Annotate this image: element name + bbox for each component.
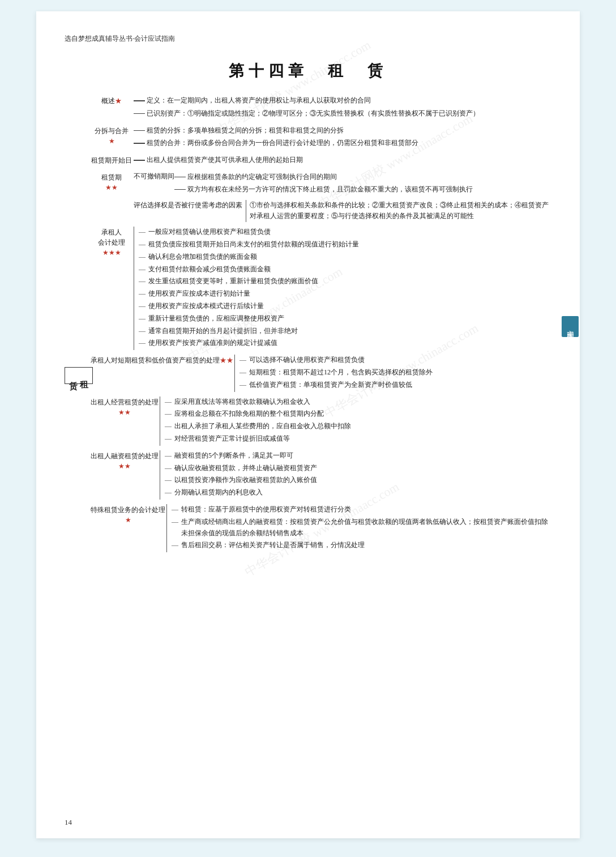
churenRongzi-items: — 融资租赁的5个判断条件，满足其一即可 — 确认应收融资租赁款，并终止确认融资… xyxy=(160,450,551,500)
section-fenfenhebing: 分拆与合并★ 租赁的分拆：多项单独租赁之间的分拆；租赁和非租赁之间的分拆 租赁的… xyxy=(89,125,551,152)
chengruren-item-6: — 使用权资产应按成本模式进行后续计量 xyxy=(139,301,551,312)
section-churenRongzi: 出租人融资租赁的处理★★ — 融资租赁的5个判断条件，满足其一即可 — 确认应收… xyxy=(89,450,551,500)
chengruren-item-2: — 确认利息会增加租赁负债的账面金额 xyxy=(139,251,551,263)
zuqiqi-def: 出租人提供租赁资产使其可供承租人使用的起始日期 xyxy=(147,155,551,166)
gaoshu-def: 定义：在一定期间内，出租人将资产的使用权让与承租人以获取对价的合同 xyxy=(147,95,551,106)
chengruren-item-1: — 租赁负债应按租赁期开始日尚未支付的租赁付款额的现值进行初始计量 xyxy=(139,239,551,250)
chengruren-label: 承租人会计处理★★★ xyxy=(89,227,134,258)
zuqi-label: 租赁期★★ xyxy=(89,172,134,193)
chengruren-item-9: — 使用权资产按资产减值准则的规定计提减值 xyxy=(139,338,551,349)
rongzi-item-3: — 分期确认租赁期内的利息收入 xyxy=(165,487,551,498)
fenfenhebing-split-row: 租赁的分拆：多项单独租赁之间的分拆；租赁和非租赁之间的分拆 xyxy=(134,125,551,137)
section-teshu: 特殊租赁业务的会计处理★ — 转租赁：应基于原租赁中的使用权资产对转租赁进行分类… xyxy=(89,504,551,552)
zuqiqi-label: 租赁期开始日 xyxy=(89,155,134,166)
teshu-items: — 转租赁：应基于原租赁中的使用权资产对转租赁进行分类 — 生产商或经销商出租人… xyxy=(166,504,551,552)
bucheXiao-label: 不可撤销期间 xyxy=(134,172,174,181)
pinggu-label: 评估选择权是否被行使需考虑的因素 xyxy=(134,200,242,210)
churenRongzi-label: 出租人融资租赁的处理★★ xyxy=(89,450,160,472)
rongzi-item-0: — 融资租赁的5个判断条件，满足其一即可 xyxy=(165,450,551,462)
chengruren-item-4: — 发生重估或租赁变更等时，重新计量租赁负债的账面价值 xyxy=(139,276,551,287)
gaoshu-def-row: 定义：在一定期间内，出租人将资产的使用权让与承租人以获取对价的合同 xyxy=(134,95,551,106)
jingying-item-0: — 应采用直线法等将租赁收款额确认为租金收入 xyxy=(165,396,551,408)
left-vertical-label: 租赁 xyxy=(65,367,93,384)
pinggu-content: ①市价与选择权相关条款和条件的比较；②重大租赁资产改良；③终止租赁相关的成本；④… xyxy=(242,200,551,223)
rongzi-item-1: — 确认应收融资租赁款，并终止确认融资租赁资产 xyxy=(165,463,551,474)
bucheXiao-line1-row: 应根据租赁条款的约定确定可强制执行合同的期间 xyxy=(174,172,551,183)
gaoshu-label: 概述★ xyxy=(89,95,134,106)
chengruren-items: — 一般应对租赁确认使用权资产和租赁负债 — 租赁负债应按租赁期开始日尚未支付的… xyxy=(134,227,551,350)
section-chengruren: 承租人会计处理★★★ — 一般应对租赁确认使用权资产和租赁负债 — 租赁负债应按… xyxy=(89,227,551,350)
teshu-item-0: — 转租赁：应基于原租赁中的使用权资产对转租赁进行分类 xyxy=(172,504,551,515)
right-tab-text: 主观图 xyxy=(566,324,575,329)
chengruren-item-7: — 重新计量租赁负债的，应相应调整使用权资产 xyxy=(139,313,551,325)
fenfenhebing-merge-row: 租赁的合并：两份或多份合同合并为一份合同进行会计处理的，仍需区分租赁和非租赁部分 xyxy=(134,138,551,149)
rongzi-item-2: — 以租赁投资净额作为应收融资租赁款的入账价值 xyxy=(165,475,551,486)
jingying-item-2: — 出租人承担了承租人某些费用的，应自租金收入总额中扣除 xyxy=(165,421,551,432)
section-zuqi: 租赁期★★ 不可撤销期间 应根据租赁条款的约定确定可强制执行合同的期间 双方均有… xyxy=(89,172,551,222)
gaoshu-identified: 已识别资产：①明确指定或隐性指定；②物理可区分；③无实质性替换权（有实质性替换权… xyxy=(147,108,551,120)
chengruren-item-5: — 使用权资产应按成本进行初始计量 xyxy=(139,288,551,300)
section-churenJingying: 出租人经营租赁的处理★★ — 应采用直线法等将租赁收款额确认为租金收入 — 应将… xyxy=(89,396,551,446)
duanqi-item-1: — 短期租赁：租赁期不超过12个月，包含购买选择权的租赁除外 xyxy=(239,367,551,378)
fenfenhebing-merge: 租赁的合并：两份或多份合同合并为一份合同进行会计处理的，仍需区分租赁和非租赁部分 xyxy=(147,138,551,149)
jingying-item-1: — 应将租金总额在不扣除免租期的整个租赁期内分配 xyxy=(165,408,551,420)
bucheXiao-line2: 双方均有权在未经另一方许可的情况下终止租赁，且罚款金额不重大的，该租赁不再可强制… xyxy=(187,184,551,195)
fenfenhebing-split: 租赁的分拆：多项单独租赁之间的分拆；租赁和非租赁之间的分拆 xyxy=(147,125,551,137)
gaoshu-identified-row: 已识别资产：①明确指定或隐性指定；②物理可区分；③无实质性替换权（有实质性替换权… xyxy=(134,108,551,120)
section-zuqiqi: 租赁期开始日 出租人提供租赁资产使其可供承租人使用的起始日期 xyxy=(89,155,551,168)
chengruren-duanqi-items: — 可以选择不确认使用权资产和租赁负债 — 短期租赁：租赁期不超过12个月，包含… xyxy=(234,355,551,391)
teshu-item-2: — 售后租回交易：评估相关资产转让是否属于销售，分情况处理 xyxy=(172,540,551,551)
duanqi-item-2: — 低价值资产租赁：单项租赁资产为全新资产时价值较低 xyxy=(239,380,551,391)
right-tab: 主观图 xyxy=(562,316,579,337)
duanqi-item-0: — 可以选择不确认使用权资产和租赁负债 xyxy=(239,355,551,366)
zuqi-pinggu: 评估选择权是否被行使需考虑的因素 ①市价与选择权相关条款和条件的比较；②重大租赁… xyxy=(134,200,551,223)
pinggu-text: ①市价与选择权相关条款和条件的比较；②重大租赁资产改良；③终止租赁相关的成本；④… xyxy=(246,200,551,223)
section-chengruren-duanqi: 承租人对短期租赁和低价值资产租赁的处理★★ — 可以选择不确认使用权资产和租赁负… xyxy=(89,355,551,391)
chapter-title: 第十四章 租 赁 xyxy=(65,61,551,81)
teshu-item-1: — 生产商或经销商出租人的融资租赁：按租赁资产公允价值与租赁收款额的现值两者孰低… xyxy=(172,517,551,539)
teshu-label: 特殊租赁业务的会计处理★ xyxy=(89,504,166,526)
chengruren-item-8: — 通常自租赁期开始的当月起计提折旧，但并非绝对 xyxy=(139,326,551,337)
section-gaoshu: 概述★ 定义：在一定期间内，出租人将资产的使用权让与承租人以获取对价的合同 已识… xyxy=(89,95,551,122)
page-number: 14 xyxy=(65,818,72,827)
chengruren-item-3: — 支付租赁付款额会减少租赁负债账面金额 xyxy=(139,264,551,275)
series-label: 选自梦想成真辅导丛书·会计应试指南 xyxy=(65,34,551,44)
bucheXiao-line2-row: 双方均有权在未经另一方许可的情况下终止租赁，且罚款金额不重大的，该租赁不再可强制… xyxy=(174,184,551,195)
chengruren-item-0: — 一般应对租赁确认使用权资产和租赁负债 xyxy=(139,227,551,238)
page: 中华会计网校 www.chinaacc.com 中华会计网校 www.china… xyxy=(36,11,580,838)
chengruren-duanqi-label: 承租人对短期租赁和低价值资产租赁的处理★★ xyxy=(89,355,234,366)
churenJingying-items: — 应采用直线法等将租赁收款额确认为租金收入 — 应将租金总额在不扣除免租期的整… xyxy=(160,396,551,446)
fenfenhebing-label: 分拆与合并★ xyxy=(89,125,134,147)
bucheXiao-line1: 应根据租赁条款的约定确定可强制执行合同的期间 xyxy=(187,172,551,183)
churenJingying-label: 出租人经营租赁的处理★★ xyxy=(89,396,160,418)
jingying-item-3: — 对经营租赁资产正常计提折旧或减值等 xyxy=(165,433,551,445)
zuqiqi-def-row: 出租人提供租赁资产使其可供承租人使用的起始日期 xyxy=(134,155,551,166)
zuqi-bucheXiao: 不可撤销期间 应根据租赁条款的约定确定可强制执行合同的期间 双方均有权在未经另一… xyxy=(134,172,551,198)
